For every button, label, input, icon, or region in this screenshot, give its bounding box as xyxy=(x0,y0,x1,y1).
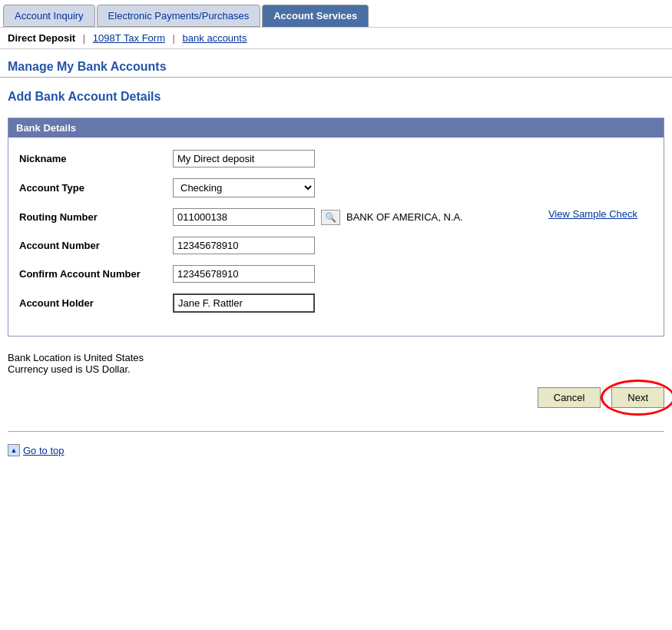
go-to-top-section: ▲ Go to top xyxy=(0,439,672,461)
section-title: Add Bank Account Details xyxy=(0,78,672,110)
magnifier-icon: 🔍 xyxy=(325,212,336,223)
separator-1: | xyxy=(83,32,85,44)
account-number-input[interactable] xyxy=(173,237,315,254)
tab-account-services[interactable]: Account Services xyxy=(262,5,369,27)
bank-details-header: Bank Details xyxy=(8,118,664,138)
routing-number-input[interactable] xyxy=(173,208,315,226)
nickname-row: Nickname xyxy=(19,150,653,167)
account-type-label: Account Type xyxy=(19,182,173,194)
routing-with-sample: 🔍 BANK OF AMERICA, N.A. View Sample Chec… xyxy=(173,208,653,226)
nickname-control xyxy=(173,150,315,167)
account-holder-label: Account Holder xyxy=(19,297,173,309)
cancel-button[interactable]: Cancel xyxy=(538,387,601,408)
tab-navigation: Account Inquiry Electronic Payments/Purc… xyxy=(0,0,672,27)
account-type-row: Account Type Checking Savings xyxy=(19,178,653,197)
account-number-label: Account Number xyxy=(19,240,173,251)
button-row: Cancel Next xyxy=(0,380,672,416)
routing-search-button[interactable]: 🔍 xyxy=(321,210,340,225)
account-holder-control xyxy=(173,293,315,313)
next-button-wrapper: Next xyxy=(611,387,664,408)
tab-electronic-payments[interactable]: Electronic Payments/Purchases xyxy=(97,5,261,27)
routing-number-row: Routing Number 🔍 BANK OF AMERICA, N.A. V… xyxy=(19,208,653,226)
confirm-account-number-row: Confirm Account Number xyxy=(19,265,653,283)
nickname-input[interactable] xyxy=(173,150,315,167)
tab-account-inquiry[interactable]: Account Inquiry xyxy=(3,5,95,27)
page-title: Manage My Bank Accounts xyxy=(0,49,672,78)
confirm-account-number-control xyxy=(173,265,315,283)
routing-main: 🔍 BANK OF AMERICA, N.A. xyxy=(173,208,548,226)
bank-details-body: Nickname Account Type Checking Savings R… xyxy=(8,138,664,336)
subnav-active: Direct Deposit xyxy=(8,32,75,44)
separator-2: | xyxy=(173,32,175,44)
go-to-top-link[interactable]: Go to top xyxy=(23,445,64,456)
bank-name-label: BANK OF AMERICA, N.A. xyxy=(346,211,463,223)
footer-info: Bank Location is United States Currency … xyxy=(0,344,672,380)
routing-number-area: 🔍 BANK OF AMERICA, N.A. View Sample Chec… xyxy=(173,208,653,226)
routing-number-label: Routing Number xyxy=(19,211,173,223)
view-sample-check-link[interactable]: View Sample Check xyxy=(548,208,653,220)
account-holder-row: Account Holder xyxy=(19,293,653,313)
footer-line2: Currency used is US Dollar. xyxy=(8,363,664,375)
nickname-label: Nickname xyxy=(19,153,173,164)
confirm-account-number-input[interactable] xyxy=(173,265,315,283)
account-type-select[interactable]: Checking Savings xyxy=(173,178,315,197)
next-button[interactable]: Next xyxy=(611,387,664,408)
sub-navigation: Direct Deposit | 1098T Tax Form | bank a… xyxy=(0,27,672,49)
account-number-control xyxy=(173,237,315,254)
account-type-control: Checking Savings xyxy=(173,178,315,197)
subnav-link-1098t[interactable]: 1098T Tax Form xyxy=(93,32,165,44)
account-number-row: Account Number xyxy=(19,237,653,254)
go-to-top-icon: ▲ xyxy=(8,444,20,456)
footer-line1: Bank Location is United States xyxy=(8,352,664,363)
bank-details-box: Bank Details Nickname Account Type Check… xyxy=(8,118,664,337)
account-holder-input[interactable] xyxy=(173,293,315,313)
page-divider xyxy=(8,431,664,432)
confirm-account-number-label: Confirm Account Number xyxy=(19,268,173,280)
subnav-link-bank-accounts[interactable]: bank accounts xyxy=(183,32,247,44)
